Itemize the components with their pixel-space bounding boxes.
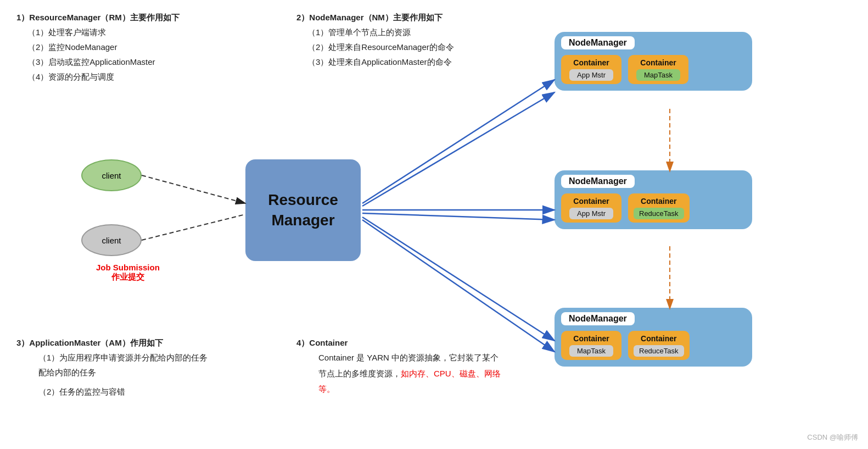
client-2-label: client	[102, 236, 121, 245]
rm-item-3: （3）启动或监控ApplicationMaster	[16, 54, 253, 69]
nm1-c1-inner: App Mstr	[569, 69, 613, 81]
client-2: client	[81, 224, 142, 256]
client1-to-rm-arrow	[142, 175, 245, 203]
rm-to-nm3-reducetask-arrow	[362, 220, 555, 352]
nm3-c1-label: Container	[573, 334, 609, 343]
rm-item-4: （4）资源的分配与调度	[16, 69, 253, 84]
nm-item-1: （1）管理单个节点上的资源	[296, 25, 549, 40]
rm-to-nm3-maptask-arrow	[362, 217, 555, 341]
rm-description: 1）ResourceManager（RM）主要作用如下 （1）处理客户端请求 （…	[16, 10, 253, 84]
nm3-container-1: Container MapTask	[561, 331, 621, 360]
rm-label-line2: Manager	[271, 212, 334, 229]
nm2-title: NodeManager	[569, 176, 627, 186]
nm2-container-1: Container App Mstr	[561, 193, 621, 223]
nm-description: 2）NodeManager（NM）主要作用如下 （1）管理单个节点上的资源 （2…	[296, 10, 549, 69]
nm3-c2-label: Container	[641, 334, 676, 343]
nm2-c1-label: Container	[573, 197, 609, 206]
node-manager-2: NodeManager Container App Mstr Container…	[555, 170, 752, 229]
rm-item-2: （2）监控NodeManager	[16, 40, 253, 54]
node-manager-1: NodeManager Container App Mstr Container…	[555, 32, 752, 91]
nm1-c2-inner: MapTask	[636, 69, 680, 81]
nm1-container-1: Container App Mstr	[561, 55, 621, 84]
nm2-c2-label: Container	[641, 197, 676, 206]
am-item-2: （2）任务的监控与容错	[16, 384, 225, 399]
am-section-title: 3）ApplicationMaster（AM）作用如下	[16, 335, 225, 350]
container-description: 4）Container Container 是 YARN 中的资源抽象，它封装了…	[296, 335, 505, 397]
nm1-c2-label: Container	[640, 58, 676, 67]
rm-to-nm1-appmstr-arrow	[362, 80, 555, 203]
am-item-1: （1）为应用程序申请资源并分配给内部的任务	[16, 350, 225, 365]
nm1-title: NodeManager	[569, 38, 627, 47]
nm3-container-2: Container ReduceTask	[628, 331, 690, 360]
job-submission-line2: 作业提交	[96, 272, 160, 282]
am-item-1-cont: 配给内部的任务	[16, 365, 225, 380]
nm3-c2-inner: ReduceTask	[634, 345, 684, 357]
nm1-c1-label: Container	[573, 58, 609, 67]
nm-item-2: （2）处理来自ResourceManager的命令	[296, 40, 549, 54]
rm-label-line1: Resource	[268, 191, 338, 208]
client-1: client	[81, 159, 142, 191]
node-manager-3: NodeManager Container MapTask Container …	[555, 308, 752, 367]
page: 1）ResourceManager（RM）主要作用如下 （1）处理客户端请求 （…	[0, 0, 868, 449]
nm-item-3: （3）处理来自ApplicationMaster的命令	[296, 54, 549, 69]
nm3-title: NodeManager	[569, 314, 627, 323]
client-1-label: client	[102, 171, 121, 180]
am-description: 3）ApplicationMaster（AM）作用如下 （1）为应用程序申请资源…	[16, 335, 225, 399]
container-section-title: 4）Container	[296, 335, 505, 350]
nm3-c1-inner: MapTask	[569, 345, 613, 357]
nm1-container-2: Container MapTask	[628, 55, 688, 84]
nm2-c2-inner: ReduceTask	[634, 208, 684, 219]
client2-to-rm-arrow	[142, 214, 245, 240]
rm-item-1: （1）处理客户端请求	[16, 25, 253, 40]
container-body: Container 是 YARN 中的资源抽象，它封装了某个节点上的多维度资源，…	[296, 350, 505, 397]
resource-manager-box: Resource Manager	[245, 159, 361, 261]
nm2-c1-inner: App Mstr	[569, 208, 613, 219]
rm-to-nm1-maptask-arrow	[362, 92, 555, 206]
job-submission-label: Job Submission 作业提交	[96, 263, 160, 282]
watermark: CSDN @喻师傅	[807, 433, 858, 442]
rm-section-title: 1）ResourceManager（RM）主要作用如下	[16, 10, 253, 25]
rm-to-nm2-reducetask-arrow	[362, 213, 555, 220]
nm2-container-2: Container ReduceTask	[628, 193, 690, 223]
nm-section-title: 2）NodeManager（NM）主要作用如下	[296, 10, 549, 25]
rm-label: Resource Manager	[268, 190, 338, 230]
job-submission-line1: Job Submission	[96, 263, 160, 272]
